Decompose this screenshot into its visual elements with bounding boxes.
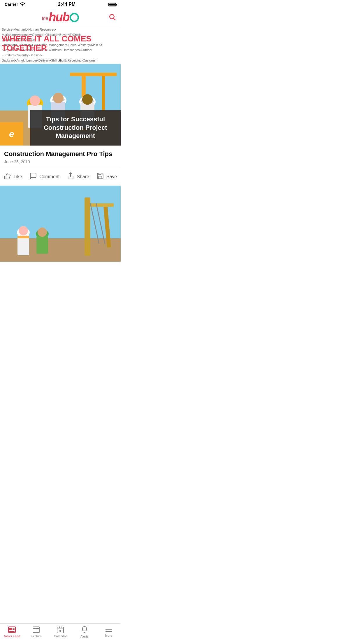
- svg-point-10: [30, 95, 40, 106]
- svg-line-1: [114, 18, 115, 20]
- comment-button[interactable]: Comment: [29, 172, 59, 181]
- svg-point-28: [19, 226, 28, 235]
- ticker-area: Service•Mechanic•Human Resources• Market…: [0, 26, 121, 64]
- status-bar: Carrier 2:44 PM: [0, 0, 121, 9]
- hero-caption: Tips for Successful Construction Project…: [30, 110, 121, 146]
- svg-rect-6: [102, 76, 105, 111]
- search-button[interactable]: [108, 13, 116, 22]
- logo-badge-inner: e: [4, 126, 20, 142]
- like-label: Like: [14, 174, 22, 179]
- share-icon: [67, 172, 74, 181]
- hero-image: Tips for Successful Construction Project…: [0, 64, 121, 146]
- carousel-dot-3[interactable]: [63, 59, 66, 62]
- like-button[interactable]: Like: [4, 172, 22, 181]
- battery-icon: [108, 3, 116, 6]
- wifi-icon: [20, 2, 25, 6]
- save-label: Save: [106, 174, 117, 179]
- search-icon: [108, 13, 116, 21]
- svg-point-32: [38, 228, 47, 237]
- comment-label: Comment: [39, 174, 59, 179]
- status-time: 2:44 PM: [58, 2, 75, 7]
- carousel-dot-1[interactable]: [55, 59, 57, 62]
- logo-hub: hub: [49, 11, 79, 23]
- share-label: Share: [77, 174, 89, 179]
- svg-point-14: [53, 93, 64, 103]
- hero-caption-text: Tips for Successful Construction Project…: [35, 115, 116, 140]
- svg-rect-29: [17, 236, 29, 238]
- svg-rect-31: [36, 236, 48, 254]
- like-icon: [4, 172, 11, 181]
- svg-rect-5: [70, 73, 117, 76]
- action-bar: Like Comment Share: [0, 168, 121, 186]
- logo-the: the: [42, 16, 48, 21]
- carousel-dot-2[interactable]: [59, 59, 61, 62]
- second-article-image[interactable]: [0, 186, 121, 262]
- logo-badge: e: [0, 122, 23, 146]
- article-title: Construction Management Pro Tips: [4, 150, 117, 158]
- second-article-svg: [0, 186, 121, 262]
- svg-rect-21: [85, 197, 90, 256]
- app-header: the hub: [0, 9, 121, 26]
- share-button[interactable]: Share: [67, 172, 89, 181]
- save-button[interactable]: Save: [96, 172, 117, 181]
- svg-point-18: [82, 94, 93, 105]
- save-icon: [96, 172, 104, 181]
- comment-icon: [29, 172, 37, 181]
- article-info: Construction Management Pro Tips June 25…: [0, 146, 121, 168]
- article-date: June 25, 2019: [4, 160, 117, 164]
- ticker-headline: WHERE IT ALL COMES TOGETHER: [2, 34, 121, 53]
- svg-point-0: [110, 14, 114, 19]
- carrier-label: Carrier: [5, 2, 18, 7]
- svg-rect-22: [90, 203, 114, 207]
- app-logo: the hub: [42, 11, 79, 23]
